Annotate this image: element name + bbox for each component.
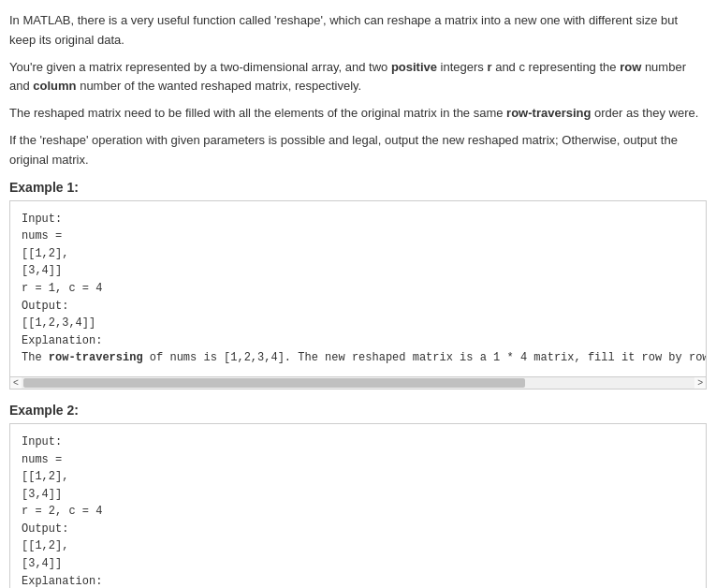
example1-explanation-text-rest: of nums is [1,2,3,4]. The new reshaped m… <box>143 351 706 364</box>
example1-scroll-left[interactable]: < <box>10 377 22 388</box>
example1-output-val: [[1,2,3,4]] <box>22 316 95 330</box>
example1-nums-val2: [3,4]] <box>22 264 62 277</box>
example1-explanation-text-prefix: The <box>22 351 49 364</box>
example1-title: Example 1: <box>9 180 707 195</box>
example1-rc: r = 1, c = 4 <box>22 282 102 295</box>
example2-input-label: Input: <box>22 435 62 448</box>
bold-positive: positive <box>391 60 437 74</box>
example2-code-block: Input: nums = [[1,2], [3,4]] r = 2, c = … <box>9 423 707 588</box>
desc-line2: You're given a matrix represented by a t… <box>9 58 707 97</box>
example2-nums-val2: [3,4]] <box>22 488 62 501</box>
example2-nums-val1: [[1,2], <box>22 470 68 483</box>
example1-nums-label: nums = <box>22 229 62 243</box>
example2-rc: r = 2, c = 4 <box>22 505 102 518</box>
example2-code-inner: Input: nums = [[1,2], [3,4]] r = 2, c = … <box>10 424 706 588</box>
example2-output-val1: [[1,2], <box>22 539 68 552</box>
example1-scrollbar-thumb[interactable] <box>23 378 525 388</box>
example2-explanation-label: Explanation: <box>22 575 102 588</box>
example1-scrollbar-track[interactable] <box>22 377 694 389</box>
example1-scroll-right[interactable]: > <box>694 377 706 388</box>
example1-code-inner: Input: nums = [[1,2], [3,4]] r = 1, c = … <box>10 201 706 376</box>
desc-line1: In MATLAB, there is a very useful functi… <box>9 11 707 51</box>
example2-output-val2: [3,4]] <box>22 557 62 570</box>
example2-title: Example 2: <box>9 403 707 418</box>
bold-column: column <box>33 79 76 93</box>
example1-input-label: Input: <box>22 213 62 226</box>
description-block: In MATLAB, there is a very useful functi… <box>9 11 707 170</box>
bold-row: row <box>620 60 641 74</box>
example1-scrollbar-row: < > <box>10 376 706 389</box>
example1-explanation-label: Explanation: <box>22 334 102 347</box>
desc-line3: The reshaped matrix need to be filled wi… <box>9 104 707 124</box>
example1-nums-val1: [[1,2], <box>22 247 68 260</box>
example1-explanation-bold: row-traversing <box>49 351 143 364</box>
example1-output-label: Output: <box>22 300 68 313</box>
example2-output-label: Output: <box>22 522 68 536</box>
bold-r: r <box>487 60 491 74</box>
example2-nums-label: nums = <box>22 453 62 466</box>
desc-line4: If the 'reshape' operation with given pa… <box>9 131 707 170</box>
bold-row-traversing: row-traversing <box>506 106 591 120</box>
example1-code-block: Input: nums = [[1,2], [3,4]] r = 1, c = … <box>9 200 707 390</box>
